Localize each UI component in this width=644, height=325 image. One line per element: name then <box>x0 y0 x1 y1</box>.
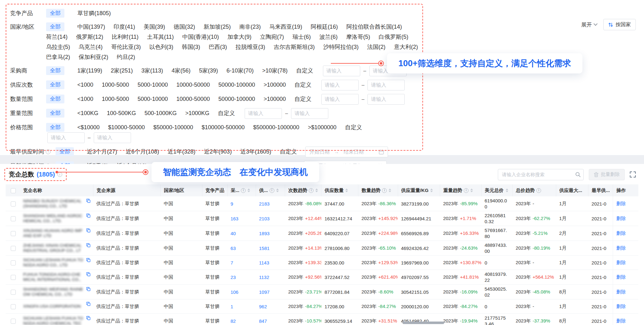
delete-link[interactable]: 删除 <box>616 230 626 236</box>
copy-icon[interactable] <box>86 258 91 262</box>
delete-link[interactable]: 删除 <box>616 245 626 251</box>
filter-option[interactable]: 近3个月(27) <box>87 147 117 157</box>
delete-link[interactable]: 删除 <box>616 274 626 280</box>
company-search-input[interactable] <box>498 169 584 180</box>
row-checkbox[interactable] <box>11 231 16 236</box>
copy-icon[interactable] <box>86 199 91 203</box>
filter-option[interactable]: 以色列(3) <box>149 42 173 52</box>
filter-option[interactable]: 马来西亚(19) <box>269 22 302 32</box>
copy-icon[interactable] <box>86 228 91 233</box>
filter-option[interactable]: 美国(39) <box>144 22 165 32</box>
filter-option[interactable]: 立陶宛(7) <box>260 32 284 42</box>
filter-option[interactable]: 近2年(903) <box>204 147 232 157</box>
delete-link[interactable]: 删除 <box>616 289 626 294</box>
filter-option[interactable]: 自定义 <box>218 108 235 118</box>
buyers-count-link[interactable]: 40 <box>230 231 236 236</box>
sort-icon[interactable] <box>247 189 250 192</box>
buyers-count-link[interactable]: 63 <box>230 246 236 251</box>
filter-option[interactable]: >100000 <box>264 94 286 104</box>
delete-link[interactable]: 删除 <box>616 216 626 221</box>
row-checkbox[interactable] <box>11 275 16 280</box>
filter-option[interactable]: >1000KG <box>185 108 210 118</box>
filter-option[interactable]: >$1000000 <box>308 122 337 132</box>
search-icon[interactable] <box>575 172 581 177</box>
filter-option[interactable]: 自定义 <box>280 147 297 157</box>
filter-option[interactable]: 10000-50000 <box>176 94 210 104</box>
filter-option[interactable]: 自定义 <box>295 80 312 90</box>
filter-option[interactable]: 1000-5000 <box>102 94 129 104</box>
select-all-checkbox[interactable] <box>11 188 16 193</box>
filter-option[interactable]: 拉脱维亚(3) <box>236 42 265 52</box>
filter-option-all[interactable]: 全部 <box>46 9 64 18</box>
date-range-input[interactable]: 开始日期→结束日期 <box>305 147 388 157</box>
range-max-input[interactable] <box>291 108 328 119</box>
delete-link[interactable]: 删除 <box>616 260 626 265</box>
filter-option[interactable]: 自定义 <box>296 66 313 76</box>
filter-option[interactable]: 4家(56) <box>171 66 190 76</box>
filter-option[interactable]: 巴西(3) <box>209 42 227 52</box>
expand-button[interactable]: 展开 <box>581 21 597 28</box>
filter-option[interactable]: 500-1000KG <box>145 108 177 118</box>
filter-option[interactable]: $500000-1000000 <box>253 122 299 132</box>
row-checkbox[interactable] <box>11 216 16 221</box>
buyers-count-link[interactable]: 106 <box>230 289 238 295</box>
sort-icon[interactable] <box>430 189 433 192</box>
filter-option-all[interactable]: 全部 <box>56 147 74 156</box>
filter-option[interactable]: 意大利(2) <box>394 42 418 52</box>
filter-option[interactable]: 50000-100000 <box>218 94 255 104</box>
range-min-input[interactable] <box>47 132 85 143</box>
filter-option[interactable]: 荷兰(14) <box>46 32 68 42</box>
sort-icon[interactable] <box>315 189 318 192</box>
supply-count-link[interactable]: 1893 <box>259 231 270 236</box>
supply-count-link[interactable]: 2103 <box>259 216 270 221</box>
filter-option[interactable]: >100000 <box>264 80 286 90</box>
copy-icon[interactable] <box>86 243 91 247</box>
filter-option[interactable]: 5家(39) <box>199 66 218 76</box>
filter-option[interactable]: 乌克兰(4) <box>79 42 103 52</box>
filter-option[interactable]: 巴拿马(2) <box>46 52 70 62</box>
filter-option[interactable]: 新加坡(25) <box>204 22 231 32</box>
filter-option[interactable]: 5000-10000 <box>138 80 168 90</box>
filter-option[interactable]: 阿拉伯联合酋长国(14) <box>346 22 402 32</box>
row-checkbox[interactable] <box>11 290 16 295</box>
filter-option[interactable]: 保加利亚(2) <box>79 52 108 62</box>
supply-count-link[interactable]: 1132 <box>259 275 269 280</box>
copy-icon[interactable] <box>86 213 91 218</box>
row-checkbox[interactable] <box>11 319 16 324</box>
filter-option-all[interactable]: 全部 <box>46 109 64 118</box>
copy-icon[interactable] <box>86 287 91 291</box>
filter-option[interactable]: 南非(23) <box>239 22 261 32</box>
filter-option[interactable]: 5000-10000 <box>138 94 168 104</box>
filter-option[interactable]: 50000-100000 <box>218 80 255 90</box>
filter-option[interactable]: 自定义 <box>345 122 362 132</box>
filter-option[interactable]: 10000-50000 <box>176 80 210 90</box>
supply-count-link[interactable]: 962 <box>259 304 267 309</box>
copy-icon[interactable] <box>86 272 91 276</box>
filter-option[interactable]: 6-10家(70) <box>227 66 254 76</box>
filter-option[interactable]: 近6个月(108) <box>126 147 159 157</box>
supply-count-link[interactable]: 847 <box>259 318 267 324</box>
filter-option[interactable]: 俄罗斯(12) <box>76 32 103 42</box>
row-checkbox[interactable] <box>11 260 16 265</box>
filter-option[interactable]: 哥伦比亚(3) <box>111 42 141 52</box>
buyers-count-link[interactable]: 23 <box>230 275 236 280</box>
by-country-button[interactable]: 按国家 <box>603 19 636 30</box>
filter-option[interactable]: 近1年(328) <box>168 147 195 157</box>
filter-option[interactable]: 中国(香港)(10) <box>182 32 219 42</box>
filter-option[interactable]: 加拿大(9) <box>227 32 251 42</box>
delete-link[interactable]: 删除 <box>616 318 626 323</box>
filter-option[interactable]: 2家(251) <box>111 66 133 76</box>
filter-option[interactable]: 1家(1199) <box>77 66 102 76</box>
filter-option[interactable]: 吉尔吉斯斯坦(3) <box>274 42 315 52</box>
buyers-count-link[interactable]: 1 <box>230 304 233 309</box>
filter-option[interactable]: 韩国(3) <box>182 42 200 52</box>
supply-count-link[interactable]: 1581 <box>259 246 270 251</box>
filter-option-all[interactable]: 全部 <box>46 95 64 103</box>
filter-option[interactable]: 沙特阿拉伯(3) <box>323 42 359 52</box>
filter-option[interactable]: 近3年(1605) <box>240 147 271 157</box>
sort-icon[interactable] <box>345 189 348 192</box>
filter-option-all[interactable]: 全部 <box>46 80 64 89</box>
range-min-input[interactable] <box>245 108 282 119</box>
row-checkbox[interactable] <box>11 201 16 206</box>
horizontal-scrollbar[interactable] <box>402 322 444 324</box>
